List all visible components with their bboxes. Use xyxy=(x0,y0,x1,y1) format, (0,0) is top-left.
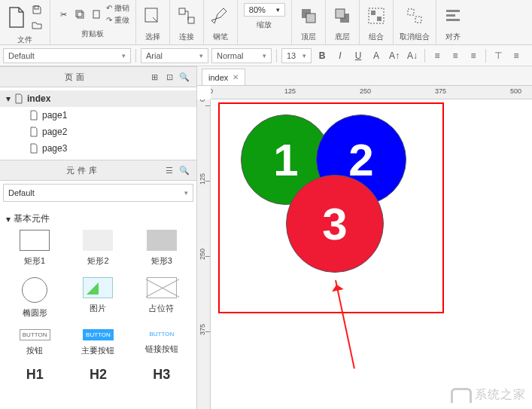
bring-front-icon[interactable] xyxy=(298,3,319,29)
style-select[interactable]: Default▾ xyxy=(3,48,131,63)
svg-rect-2 xyxy=(78,12,84,18)
file-icon xyxy=(29,143,39,154)
pages-panel-header: 页面 ⊞ ⊡ 🔍 xyxy=(0,66,196,87)
weight-select[interactable]: Normal▾ xyxy=(211,48,272,63)
widget-placeholder[interactable]: 占位符 xyxy=(133,277,190,319)
font-select[interactable]: Arial▾ xyxy=(141,48,208,63)
align-left-button[interactable]: ≡ xyxy=(430,48,445,63)
widget-primary-button[interactable]: BUTTON主要按钮 xyxy=(69,329,126,356)
left-panels: 页面 ⊞ ⊡ 🔍 ▾ index page1 page2 page3 元件库 ☰… xyxy=(0,66,197,409)
toolbar-label-connect: 连接 xyxy=(179,32,194,42)
file-icon xyxy=(14,93,24,104)
pen-tool-icon[interactable] xyxy=(210,3,231,29)
toolbar-label-group: 组合 xyxy=(369,32,384,42)
toolbar-group-file: 文件 xyxy=(0,0,50,44)
toolbar-group-front: 顶层 xyxy=(292,0,326,44)
collapse-icon[interactable]: ▾ xyxy=(6,93,11,104)
canvas-stage[interactable]: 1 2 3 系统之家 xyxy=(211,99,532,409)
svg-rect-8 xyxy=(306,14,315,23)
select-tool-icon[interactable] xyxy=(142,3,163,29)
align-center-button[interactable]: ≡ xyxy=(448,48,463,63)
chevron-down-icon: ▾ xyxy=(257,52,266,60)
toolbar-group-align: 对齐 xyxy=(436,0,470,44)
zoom-select[interactable]: 80%▾ xyxy=(244,3,285,17)
search-icon[interactable]: 🔍 xyxy=(178,164,190,176)
search-icon[interactable]: 🔍 xyxy=(178,71,190,83)
widget-h2[interactable]: H2 xyxy=(69,367,126,383)
open-folder-icon[interactable] xyxy=(30,18,44,32)
toolbar-label-pen: 钢笔 xyxy=(213,32,228,42)
chevron-down-icon: ▾ xyxy=(276,6,280,14)
connect-tool-icon[interactable] xyxy=(176,3,197,29)
circle-3[interactable]: 3 xyxy=(286,175,384,273)
canvas-tab[interactable]: index✕ xyxy=(202,69,245,85)
widget-ellipse[interactable]: 椭圆形 xyxy=(6,277,63,319)
copy-icon[interactable] xyxy=(73,8,87,21)
chevron-down-icon: ▾ xyxy=(296,52,306,60)
redo-icon[interactable]: ↷ 重做 xyxy=(106,15,129,26)
widget-rect3[interactable]: 矩形3 xyxy=(133,230,190,267)
bold-button[interactable]: B xyxy=(315,48,330,63)
widget-link-button[interactable]: BUTTON链接按钮 xyxy=(133,329,190,356)
toolbar-label-ungroup: 取消组合 xyxy=(400,32,430,42)
widget-rect2[interactable]: 矩形2 xyxy=(69,230,126,267)
increase-font-button[interactable]: A↑ xyxy=(387,48,402,63)
menu-icon[interactable]: ☰ xyxy=(163,164,175,176)
new-file-icon[interactable] xyxy=(6,5,27,30)
paste-icon[interactable] xyxy=(90,8,103,21)
file-icon xyxy=(29,110,39,121)
size-select[interactable]: 13▾ xyxy=(281,48,312,63)
undo-icon[interactable]: ↶ 撤销 xyxy=(106,3,129,14)
svg-rect-16 xyxy=(446,10,460,12)
add-folder-icon[interactable]: ⊡ xyxy=(163,71,175,83)
toolbar-label-front: 顶层 xyxy=(301,32,316,42)
chevron-down-icon: ▾ xyxy=(193,52,203,60)
svg-rect-6 xyxy=(188,17,194,23)
close-icon[interactable]: ✕ xyxy=(233,73,239,81)
toolbar-group-select: 选择 xyxy=(136,0,170,44)
underline-button[interactable]: U xyxy=(351,48,366,63)
italic-button[interactable]: I xyxy=(333,48,348,63)
page-item[interactable]: page2 xyxy=(0,124,196,140)
widget-section[interactable]: ▾ 基本元件 xyxy=(6,208,190,230)
send-back-icon[interactable] xyxy=(332,3,353,29)
canvas-tabs: index✕ xyxy=(197,66,532,86)
svg-rect-10 xyxy=(336,9,345,18)
align-icon[interactable] xyxy=(442,3,464,29)
align-right-button[interactable]: ≡ xyxy=(466,48,481,63)
font-color-button[interactable]: A xyxy=(369,48,384,63)
horizontal-ruler: 0 125 250 375 500 xyxy=(211,86,532,99)
toolbar-group-group: 组合 xyxy=(360,0,394,44)
toolbar-label-back: 底层 xyxy=(335,32,350,42)
toolbar-group-clipboard: ✂ ↶ 撤销↷ 重做 剪贴板 xyxy=(50,0,136,44)
svg-rect-1 xyxy=(76,11,82,17)
main-toolbar: 文件 ✂ ↶ 撤销↷ 重做 剪贴板 选择 连接 钢笔 80%▾ 缩放 顶层 底层… xyxy=(0,0,532,45)
svg-rect-14 xyxy=(408,9,414,15)
canvas-area: index✕ 0 125 250 375 500 0 125 250 375 1… xyxy=(197,66,532,409)
ungroup-icon[interactable] xyxy=(404,3,425,29)
page-item-index[interactable]: ▾ index xyxy=(0,90,196,107)
svg-rect-5 xyxy=(179,8,185,14)
valign-mid-button[interactable]: ≡ xyxy=(509,48,524,63)
save-icon[interactable] xyxy=(30,3,44,17)
valign-top-button[interactable]: ⊤ xyxy=(491,48,506,63)
toolbar-group-ungroup: 取消组合 xyxy=(394,0,436,44)
group-icon[interactable] xyxy=(366,3,387,29)
page-item[interactable]: page3 xyxy=(0,140,196,157)
widget-rect1[interactable]: 矩形1 xyxy=(6,230,63,267)
svg-rect-17 xyxy=(446,14,455,17)
svg-rect-13 xyxy=(377,17,382,21)
cut-icon[interactable]: ✂ xyxy=(56,8,70,21)
add-page-icon[interactable]: ⊞ xyxy=(148,71,160,83)
library-selector[interactable]: Default▾ xyxy=(3,184,193,202)
widget-h3[interactable]: H3 xyxy=(133,367,190,383)
widget-h1[interactable]: H1 xyxy=(6,367,63,383)
widget-image[interactable]: 图片 xyxy=(69,277,126,319)
file-icon xyxy=(29,127,39,137)
toolbar-group-zoom: 80%▾ 缩放 xyxy=(238,0,292,44)
library-panel-header: 元件库 ☰ 🔍 xyxy=(0,160,196,181)
widget-button[interactable]: BUTTON按钮 xyxy=(6,329,63,356)
svg-rect-12 xyxy=(371,11,375,15)
page-item[interactable]: page1 xyxy=(0,107,196,124)
decrease-font-button[interactable]: A↓ xyxy=(405,48,420,63)
